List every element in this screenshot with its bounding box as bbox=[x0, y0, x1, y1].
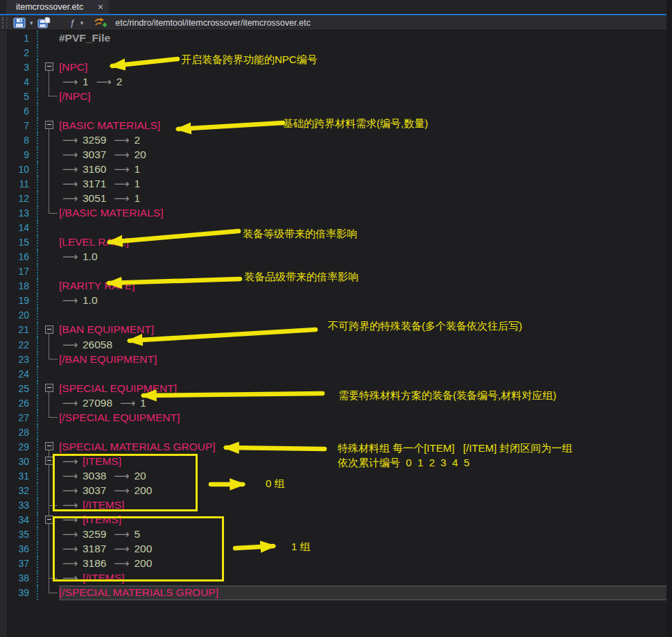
line-number[interactable]: 33 bbox=[8, 498, 38, 513]
code-line[interactable]: 33⟶[/ITEMS] bbox=[0, 498, 672, 513]
fold-collapse-icon[interactable] bbox=[45, 62, 53, 71]
code-line-content[interactable]: ⟶3037⟶200 bbox=[59, 483, 672, 498]
code-line[interactable]: 27[/SPECIAL EQUIPMENT] bbox=[0, 410, 672, 425]
code-line-content[interactable]: [LEVEL RATE] bbox=[59, 235, 672, 250]
code-line[interactable]: 6 bbox=[0, 103, 672, 118]
add-favorite-button[interactable] bbox=[94, 16, 107, 30]
line-number[interactable]: 21 bbox=[8, 323, 38, 337]
code-line[interactable]: 15[LEVEL RATE] bbox=[0, 235, 672, 250]
line-number[interactable]: 10 bbox=[8, 162, 38, 176]
code-line-content[interactable]: ⟶3187⟶200 bbox=[59, 542, 672, 557]
line-number[interactable]: 14 bbox=[8, 221, 38, 235]
code-line-content[interactable] bbox=[59, 103, 672, 118]
line-number[interactable]: 5 bbox=[8, 89, 38, 103]
line-number[interactable]: 22 bbox=[8, 337, 38, 352]
code-line-content[interactable]: ⟶3171⟶1 bbox=[59, 176, 672, 191]
fold-collapse-icon[interactable] bbox=[45, 384, 53, 392]
save-dropdown-caret-icon[interactable]: ▾ bbox=[30, 16, 33, 30]
code-line[interactable]: 29[SPECIAL MATERIALS GROUP] bbox=[0, 439, 672, 454]
code-line-content[interactable] bbox=[59, 221, 672, 235]
code-line-content[interactable]: ⟶3051⟶1 bbox=[59, 192, 672, 206]
code-line-content[interactable]: #PVF_File bbox=[59, 31, 672, 45]
code-line-content[interactable]: ⟶1.0 bbox=[59, 250, 672, 264]
line-number[interactable]: 26 bbox=[8, 396, 38, 410]
file-path-breadcrumb[interactable]: etc/rindro/itemtool/itemcrossover/itemcr… bbox=[115, 18, 310, 28]
fold-collapse-icon[interactable] bbox=[45, 325, 53, 334]
code-line-content[interactable]: ⟶3037⟶20 bbox=[59, 147, 672, 162]
code-line-content[interactable]: [BASIC MATERIALS] bbox=[59, 118, 672, 133]
code-line[interactable]: 32⟶3037⟶200 bbox=[0, 483, 672, 498]
code-line[interactable]: 35⟶3259⟶5 bbox=[0, 527, 672, 542]
fold-collapse-icon[interactable] bbox=[45, 516, 53, 524]
line-number[interactable]: 29 bbox=[8, 439, 38, 454]
code-line-content[interactable]: ⟶27098⟶1 bbox=[59, 396, 672, 410]
line-number[interactable]: 13 bbox=[8, 206, 38, 221]
line-number[interactable]: 39 bbox=[8, 586, 38, 600]
line-number[interactable]: 6 bbox=[8, 103, 38, 118]
code-line[interactable]: 13[/BASIC MATERIALS] bbox=[0, 206, 672, 221]
line-number[interactable]: 8 bbox=[8, 133, 38, 147]
line-number[interactable]: 19 bbox=[8, 294, 38, 308]
code-line[interactable]: 18[RARITY RATE] bbox=[0, 279, 672, 294]
code-line-content[interactable]: ⟶3160⟶1 bbox=[59, 162, 672, 176]
code-line[interactable]: 25[SPECIAL EQUIPMENT] bbox=[0, 381, 672, 396]
code-line[interactable]: 1#PVF_File bbox=[0, 31, 672, 45]
fold-margin[interactable] bbox=[38, 439, 59, 454]
tab-close-icon[interactable]: × bbox=[98, 2, 103, 12]
line-number[interactable]: 23 bbox=[8, 352, 38, 366]
code-line-content[interactable]: [BAN EQUIPMENT] bbox=[59, 323, 672, 337]
code-line-content[interactable]: ⟶3259⟶2 bbox=[59, 133, 672, 147]
code-line[interactable]: 23[/BAN EQUIPMENT] bbox=[0, 352, 672, 366]
code-line-content[interactable]: ⟶1⟶2 bbox=[59, 74, 672, 89]
fold-collapse-icon[interactable] bbox=[45, 442, 53, 450]
code-line[interactable]: 26⟶27098⟶1 bbox=[0, 396, 672, 410]
line-number[interactable]: 28 bbox=[8, 425, 38, 439]
code-line[interactable]: 3[NPC] bbox=[0, 60, 672, 74]
code-line-content[interactable]: [SPECIAL MATERIALS GROUP] bbox=[59, 439, 672, 454]
code-line[interactable]: 11⟶3171⟶1 bbox=[0, 176, 672, 191]
line-number[interactable]: 38 bbox=[8, 571, 38, 586]
line-number[interactable]: 17 bbox=[8, 264, 38, 279]
code-line-content[interactable] bbox=[59, 45, 672, 60]
code-line[interactable]: 28 bbox=[0, 425, 672, 439]
code-line-content[interactable]: ⟶[ITEMS] bbox=[59, 513, 672, 527]
code-line[interactable]: 24 bbox=[0, 366, 672, 381]
code-line-content[interactable] bbox=[59, 366, 672, 381]
code-line-content[interactable] bbox=[59, 308, 672, 323]
code-line-content[interactable]: [NPC] bbox=[59, 60, 672, 74]
line-number[interactable]: 20 bbox=[8, 308, 38, 323]
code-line[interactable]: 12⟶3051⟶1 bbox=[0, 192, 672, 206]
code-line[interactable]: 39[/SPECIAL MATERIALS GROUP] bbox=[0, 586, 672, 600]
code-line[interactable]: 17 bbox=[0, 264, 672, 279]
code-line[interactable]: 31⟶3038⟶20 bbox=[0, 468, 672, 483]
code-line-content[interactable]: [/BAN EQUIPMENT] bbox=[59, 352, 672, 366]
code-line-content[interactable]: ⟶[/ITEMS] bbox=[59, 571, 672, 586]
line-number[interactable]: 11 bbox=[8, 176, 38, 191]
fold-margin[interactable] bbox=[38, 513, 59, 527]
line-number[interactable]: 3 bbox=[8, 60, 38, 74]
code-line-content[interactable]: [/SPECIAL MATERIALS GROUP] bbox=[59, 586, 672, 600]
code-line[interactable]: 9⟶3037⟶20 bbox=[0, 147, 672, 162]
code-line[interactable]: 34⟶[ITEMS] bbox=[0, 513, 672, 527]
line-number[interactable]: 36 bbox=[8, 542, 38, 557]
line-number[interactable]: 24 bbox=[8, 366, 38, 381]
line-number[interactable]: 30 bbox=[8, 454, 38, 468]
fold-margin[interactable] bbox=[38, 60, 59, 74]
code-line-content[interactable]: [/BASIC MATERIALS] bbox=[59, 206, 672, 221]
line-number[interactable]: 27 bbox=[8, 410, 38, 425]
line-number[interactable]: 31 bbox=[8, 468, 38, 483]
code-line[interactable]: 4⟶1⟶2 bbox=[0, 74, 672, 89]
code-line-content[interactable]: ⟶[ITEMS] bbox=[59, 454, 672, 468]
line-number[interactable]: 9 bbox=[8, 147, 38, 162]
line-number[interactable]: 15 bbox=[8, 235, 38, 250]
line-number[interactable]: 32 bbox=[8, 483, 38, 498]
code-line[interactable]: 36⟶3187⟶200 bbox=[0, 542, 672, 557]
line-number[interactable]: 12 bbox=[8, 192, 38, 206]
code-line-content[interactable]: [RARITY RATE] bbox=[59, 279, 672, 294]
code-line-content[interactable]: ⟶3259⟶5 bbox=[59, 527, 672, 542]
fold-margin[interactable] bbox=[38, 118, 59, 133]
line-number[interactable]: 37 bbox=[8, 557, 38, 571]
line-number[interactable]: 25 bbox=[8, 381, 38, 396]
code-line[interactable]: 21[BAN EQUIPMENT] bbox=[0, 323, 672, 337]
line-number[interactable]: 35 bbox=[8, 527, 38, 542]
